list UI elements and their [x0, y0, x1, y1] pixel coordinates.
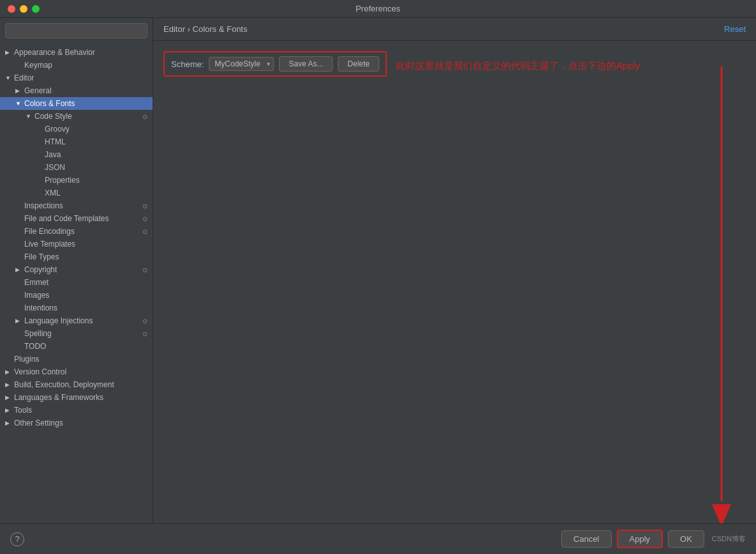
sidebar-label: General — [24, 86, 52, 95]
apply-button[interactable]: Apply — [617, 530, 663, 548]
sidebar-item-copyright[interactable]: ▶ Copyright ⊙ — [0, 263, 153, 276]
arrow-icon: ▶ — [15, 266, 22, 273]
scheme-select[interactable]: MyCodeStyle — [209, 57, 274, 71]
arrow-icon: ▶ — [5, 49, 11, 56]
bottom-bar: ? Cancel Apply OK CSDN博客 — [0, 523, 756, 554]
sidebar-item-xml[interactable]: XML — [0, 187, 153, 199]
annotation-text: 此时这里就是我们自定义的代码主题了，点击下边的Apply — [396, 60, 640, 72]
sidebar-label: Plugins — [14, 355, 39, 364]
sidebar-item-live-templates[interactable]: Live Templates — [0, 238, 153, 250]
sidebar-item-inspections[interactable]: Inspections ⊙ — [0, 199, 153, 212]
svg-marker-1 — [712, 504, 731, 523]
sidebar-item-properties[interactable]: Properties — [0, 174, 153, 187]
arrow-icon: ▼ — [15, 100, 22, 107]
settings-badge-icon: ⊙ — [142, 266, 147, 273]
sidebar-label: Tools — [14, 406, 32, 415]
settings-badge-icon: ⊙ — [142, 318, 147, 325]
sidebar-item-json[interactable]: JSON — [0, 161, 153, 174]
sidebar-item-language-injections[interactable]: ▶ Language Injections ⊙ — [0, 314, 153, 327]
sidebar-label: Inspections — [24, 201, 63, 210]
sidebar-item-file-encodings[interactable]: File Encodings ⊙ — [0, 225, 153, 238]
sidebar-label: Other Settings — [14, 419, 63, 427]
sidebar-item-general[interactable]: ▶ General — [0, 84, 153, 97]
sidebar-label: File Encodings — [24, 227, 75, 236]
settings-badge-icon: ⊙ — [142, 113, 147, 120]
breadcrumb: Editor › Colors & Fonts — [163, 24, 248, 34]
settings-badge-icon: ⊙ — [142, 203, 147, 210]
sidebar-label: Live Templates — [24, 240, 75, 249]
sidebar-item-images[interactable]: Images — [0, 289, 153, 302]
title-bar: Preferences — [0, 0, 756, 18]
arrow-icon: ▶ — [5, 407, 11, 413]
ok-button[interactable]: OK — [668, 530, 704, 548]
sidebar-item-build-execution[interactable]: ▶ Build, Execution, Deployment — [0, 378, 153, 391]
close-button[interactable] — [8, 5, 15, 13]
content-area: Editor › Colors & Fonts Reset Scheme: My… — [153, 18, 756, 523]
sidebar-item-intentions[interactable]: Intentions — [0, 302, 153, 314]
window-title: Preferences — [356, 4, 400, 13]
sidebar-label: HTML — [45, 137, 66, 146]
sidebar-label: Appearance & Behavior — [14, 48, 95, 57]
settings-badge-icon: ⊙ — [142, 228, 147, 235]
sidebar-item-tools[interactable]: ▶ Tools — [0, 404, 153, 417]
sidebar-item-emmet[interactable]: Emmet — [0, 276, 153, 289]
annotation-arrow — [709, 66, 734, 523]
arrow-icon: ▶ — [5, 394, 11, 401]
sidebar-label: Spelling — [24, 329, 52, 338]
sidebar-label: Keymap — [24, 61, 52, 70]
sidebar-label: Code Style — [34, 112, 72, 121]
cancel-button[interactable]: Cancel — [561, 530, 611, 548]
sidebar-label: Properties — [45, 176, 80, 185]
sidebar-label: File and Code Templates — [24, 214, 109, 223]
sidebar-item-plugins[interactable]: Plugins — [0, 353, 153, 365]
sidebar-item-colors-fonts[interactable]: ▼ Colors & Fonts — [0, 97, 153, 110]
sidebar: ▶ Appearance & Behavior Keymap ▼ Editor … — [0, 18, 153, 523]
sidebar-item-html[interactable]: HTML — [0, 135, 153, 148]
sidebar-label: File Types — [24, 252, 59, 261]
save-as-button[interactable]: Save As... — [279, 56, 333, 72]
sidebar-label: Copyright — [24, 265, 57, 274]
content-header: Editor › Colors & Fonts Reset — [153, 18, 756, 41]
sidebar-item-version-control[interactable]: ▶ Version Control — [0, 365, 153, 378]
search-input[interactable] — [5, 23, 147, 38]
sidebar-item-editor[interactable]: ▼ Editor — [0, 72, 153, 84]
arrow-icon: ▶ — [15, 318, 22, 324]
sidebar-label: Version Control — [14, 367, 66, 376]
scheme-select-wrap: MyCodeStyle — [209, 57, 274, 71]
sidebar-label: Intentions — [24, 304, 57, 312]
bottom-left: ? — [10, 532, 24, 546]
sidebar-item-spelling[interactable]: Spelling ⊙ — [0, 327, 153, 340]
sidebar-item-other-settings[interactable]: ▶ Other Settings — [0, 417, 153, 429]
sidebar-item-appearance-behavior[interactable]: ▶ Appearance & Behavior — [0, 46, 153, 59]
arrow-icon: ▼ — [5, 75, 11, 81]
sidebar-item-code-style[interactable]: ▼ Code Style ⊙ — [0, 110, 153, 123]
bottom-right: Cancel Apply OK CSDN博客 — [561, 530, 746, 548]
arrow-icon: ▶ — [5, 369, 11, 375]
sidebar-item-file-code-templates[interactable]: File and Code Templates ⊙ — [0, 212, 153, 225]
scheme-label: Scheme: — [171, 59, 204, 69]
sidebar-label: Languages & Frameworks — [14, 393, 103, 402]
sidebar-item-java[interactable]: Java — [0, 148, 153, 161]
sidebar-label: Images — [24, 291, 49, 300]
watermark-text: CSDN博客 — [712, 534, 746, 544]
window-controls — [8, 5, 40, 13]
sidebar-item-keymap[interactable]: Keymap — [0, 59, 153, 72]
help-button[interactable]: ? — [10, 532, 24, 546]
maximize-button[interactable] — [32, 5, 40, 13]
settings-badge-icon: ⊙ — [142, 215, 147, 222]
sidebar-label: Build, Execution, Deployment — [14, 380, 114, 389]
arrow-icon: ▶ — [5, 381, 11, 388]
sidebar-label: Language Injections — [24, 316, 93, 325]
delete-button[interactable]: Delete — [338, 56, 379, 72]
reset-link[interactable]: Reset — [724, 24, 746, 34]
content-body: Scheme: MyCodeStyle Save As... Delete 此时… — [153, 41, 756, 523]
sidebar-item-file-types[interactable]: File Types — [0, 250, 153, 263]
sidebar-item-todo[interactable]: TODO — [0, 340, 153, 353]
minimize-button[interactable] — [20, 5, 27, 13]
sidebar-label: TODO — [24, 342, 46, 351]
sidebar-item-groovy[interactable]: Groovy — [0, 123, 153, 135]
settings-badge-icon: ⊙ — [142, 330, 147, 337]
sidebar-item-languages-frameworks[interactable]: ▶ Languages & Frameworks — [0, 391, 153, 404]
sidebar-tree: ▶ Appearance & Behavior Keymap ▼ Editor … — [0, 43, 153, 523]
sidebar-label: JSON — [45, 163, 65, 172]
